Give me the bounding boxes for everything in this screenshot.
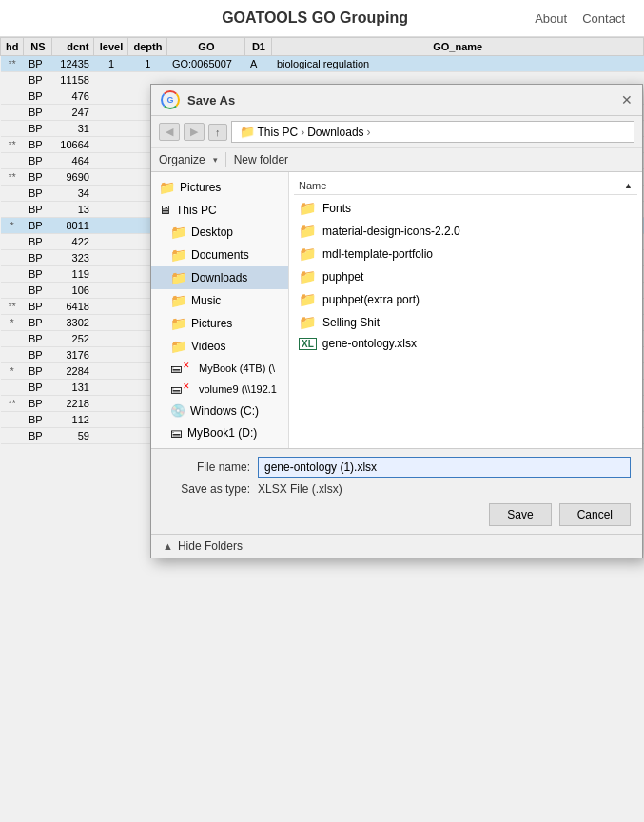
new-folder-button[interactable]: New folder bbox=[234, 153, 288, 166]
row-hd bbox=[1, 331, 24, 347]
file-item-puphpet-extra[interactable]: 📁 puphpet(extra port) bbox=[294, 288, 637, 311]
row-dcnt: 323 bbox=[52, 250, 94, 266]
folder-puphpet-extra-icon: 📁 bbox=[299, 291, 317, 308]
folder-fonts-icon: 📁 bbox=[299, 200, 317, 217]
sidebar-item-desktop[interactable]: 📁 Desktop bbox=[151, 221, 288, 244]
file-selling-label: Selling Shit bbox=[322, 316, 380, 329]
sidebar-pictures2-label: Pictures bbox=[191, 317, 232, 330]
sidebar-mybook1-label: MyBook1 (D:) bbox=[187, 426, 257, 440]
row-level bbox=[94, 250, 128, 266]
filelist-header[interactable]: Name ▲ bbox=[294, 177, 637, 195]
row-ns: BP bbox=[24, 105, 52, 121]
sidebar-downloads-label: Downloads bbox=[191, 271, 247, 284]
col-level: level bbox=[94, 38, 128, 56]
sidebar-item-pictures2[interactable]: 📁 Pictures bbox=[151, 312, 288, 335]
file-item-puphpet[interactable]: 📁 puphpet bbox=[294, 265, 637, 288]
row-ns: BP bbox=[24, 72, 52, 88]
row-ns: BP bbox=[24, 153, 52, 169]
filename-input[interactable] bbox=[258, 457, 631, 478]
nav-contact[interactable]: Contact bbox=[582, 11, 625, 26]
row-ns: BP bbox=[24, 363, 52, 380]
row-level bbox=[94, 315, 128, 331]
dialog-actions: Save Cancel bbox=[163, 503, 631, 526]
sidebar-item-mybook1-d[interactable]: 🖴 MyBook1 (D:) bbox=[151, 421, 288, 443]
sidebar-item-volume9[interactable]: 🖴 ✕ volume9 (\\192.1 bbox=[151, 379, 288, 400]
app-title: GOATOOLS GO Grouping bbox=[95, 10, 535, 27]
row-ns: BP bbox=[24, 169, 52, 186]
dialog-cancel-button[interactable]: Cancel bbox=[559, 503, 631, 526]
row-level bbox=[94, 299, 128, 315]
nav-about[interactable]: About bbox=[535, 11, 567, 26]
sidebar-item-music[interactable]: 📁 Music bbox=[151, 289, 288, 312]
sidebar-item-thispc[interactable]: 🖥 This PC bbox=[151, 199, 288, 221]
file-material-label: material-design-icons-2.2.0 bbox=[322, 225, 460, 238]
row-level bbox=[94, 105, 128, 121]
row-ns: BP bbox=[24, 121, 52, 137]
hide-folders-row[interactable]: ▲ Hide Folders bbox=[151, 534, 642, 558]
row-hd: * bbox=[1, 363, 24, 380]
dialog-save-button[interactable]: Save bbox=[489, 503, 551, 526]
row-level bbox=[94, 428, 128, 444]
row-dcnt: 10664 bbox=[52, 137, 94, 153]
row-depth: 1 bbox=[128, 56, 167, 72]
file-item-material[interactable]: 📁 material-design-icons-2.2.0 bbox=[294, 220, 637, 243]
row-level: 1 bbox=[94, 56, 128, 72]
sidebar-item-documents[interactable]: 📁 Documents bbox=[151, 244, 288, 266]
file-item-selling[interactable]: 📁 Selling Shit bbox=[294, 311, 637, 334]
file-item-geneontology[interactable]: XL gene-ontology.xlsx bbox=[294, 334, 637, 353]
sidebar-item-videos[interactable]: 📁 Videos bbox=[151, 335, 288, 358]
up-button[interactable]: ↑ bbox=[208, 124, 227, 141]
file-puphpet-extra-label: puphpet(extra port) bbox=[322, 293, 420, 306]
organize-dropdown-icon: ▾ bbox=[213, 155, 218, 165]
row-dcnt: 34 bbox=[52, 186, 94, 202]
row-ns: BP bbox=[24, 396, 52, 412]
sidebar-item-downloads[interactable]: 📁 Downloads bbox=[151, 266, 288, 289]
row-ns: BP bbox=[24, 315, 52, 331]
address-path[interactable]: 📁 This PC › Downloads › bbox=[231, 121, 635, 143]
row-level bbox=[94, 186, 128, 202]
row-level bbox=[94, 88, 128, 105]
row-hd bbox=[1, 412, 24, 428]
row-hd bbox=[1, 234, 24, 250]
row-hd: ** bbox=[1, 396, 24, 412]
table-row: ** BP 12435 1 1 GO:0065007 A biological … bbox=[1, 56, 644, 72]
dialog-close-button[interactable]: ✕ bbox=[621, 92, 633, 108]
row-level bbox=[94, 266, 128, 283]
forward-button[interactable]: ▶ bbox=[184, 123, 205, 141]
sidebar-item-mybook4tb[interactable]: 🖴 ✕ MyBook (4TB) (\ bbox=[151, 358, 288, 379]
col-dcnt: dcnt bbox=[52, 38, 94, 56]
row-ns: BP bbox=[24, 428, 52, 444]
organize-button[interactable]: Organize bbox=[159, 153, 205, 166]
sidebar-item-pictures1[interactable]: 📁 Pictures bbox=[151, 176, 288, 199]
toolbar-separator bbox=[225, 152, 226, 167]
row-dcnt: 8011 bbox=[52, 218, 94, 234]
sort-icon: ▲ bbox=[624, 181, 633, 190]
row-hd bbox=[1, 72, 24, 88]
file-item-fonts[interactable]: 📁 Fonts bbox=[294, 197, 637, 220]
drive-windows-icon: 💿 bbox=[170, 403, 185, 418]
row-dcnt: 131 bbox=[52, 380, 94, 396]
sidebar-item-windows-c[interactable]: 💿 Windows (C:) bbox=[151, 400, 288, 421]
row-dcnt: 106 bbox=[52, 283, 94, 299]
back-button[interactable]: ◀ bbox=[159, 123, 180, 141]
row-dcnt: 59 bbox=[52, 428, 94, 444]
filename-label: File name: bbox=[163, 460, 258, 474]
folder-material-icon: 📁 bbox=[299, 223, 317, 240]
dialog-toolbar: Organize ▾ New folder bbox=[151, 148, 642, 172]
row-hd: ** bbox=[1, 169, 24, 186]
path-thispc: This PC bbox=[258, 126, 299, 139]
row-hd: ** bbox=[1, 56, 24, 72]
savetype-label: Save as type: bbox=[163, 482, 258, 496]
row-dcnt: 476 bbox=[52, 88, 94, 105]
row-level bbox=[94, 121, 128, 137]
row-hd: * bbox=[1, 315, 24, 331]
header: GOATOOLS GO Grouping About Contact bbox=[0, 0, 644, 37]
row-level bbox=[94, 331, 128, 347]
row-d1: A bbox=[245, 56, 272, 72]
row-level bbox=[94, 137, 128, 153]
col-d1: D1 bbox=[245, 38, 272, 56]
row-ns: BP bbox=[24, 331, 52, 347]
file-item-mdl[interactable]: 📁 mdl-template-portfolio bbox=[294, 243, 637, 265]
row-dcnt: 252 bbox=[52, 331, 94, 347]
row-level bbox=[94, 153, 128, 169]
